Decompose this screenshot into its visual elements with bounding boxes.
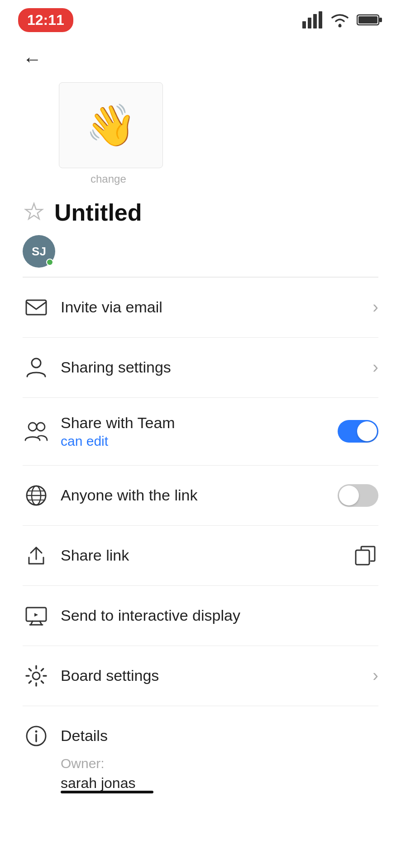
anyone-link-label: Anyone with the link bbox=[61, 486, 197, 504]
chevron-icon: › bbox=[372, 666, 378, 685]
invite-email-text: Invite via email bbox=[61, 298, 372, 316]
send-display-text: Send to interactive display bbox=[61, 607, 378, 624]
team-icon bbox=[23, 418, 50, 445]
wifi-icon bbox=[329, 11, 350, 28]
board-thumbnail[interactable]: 👋 bbox=[59, 82, 163, 168]
svg-point-10 bbox=[29, 423, 37, 431]
svg-point-22 bbox=[33, 672, 40, 679]
board-settings-label: Board settings bbox=[61, 667, 159, 684]
svg-rect-2 bbox=[313, 14, 317, 28]
globe-icon bbox=[23, 482, 50, 509]
board-thumbnail-area: 👋 change bbox=[0, 78, 401, 185]
chevron-icon: › bbox=[372, 297, 378, 317]
svg-rect-6 bbox=[379, 18, 382, 22]
gear-icon bbox=[23, 662, 50, 689]
owner-label: Owner: bbox=[61, 756, 378, 771]
menu-item-share-with-team[interactable]: Share with Team can edit bbox=[23, 398, 378, 466]
svg-point-25 bbox=[35, 730, 38, 732]
battery-icon bbox=[357, 13, 383, 27]
invite-email-label: Invite via email bbox=[61, 298, 162, 316]
title-row: Untitled bbox=[0, 185, 401, 231]
person-icon bbox=[23, 354, 50, 381]
share-link-text: Share link bbox=[61, 547, 351, 564]
svg-rect-8 bbox=[26, 300, 46, 315]
share-with-team-label: Share with Team bbox=[61, 414, 175, 431]
email-icon bbox=[23, 294, 50, 321]
avatar-initials: SJ bbox=[32, 245, 46, 259]
menu-list: Invite via email › Sharing settings › bbox=[0, 278, 401, 805]
sharing-settings-text: Sharing settings bbox=[61, 359, 372, 376]
change-label[interactable]: change bbox=[91, 173, 126, 185]
invite-email-right: › bbox=[372, 297, 378, 317]
share-link-label: Share link bbox=[61, 547, 129, 564]
avatar-row: SJ bbox=[0, 231, 401, 277]
svg-rect-7 bbox=[358, 16, 377, 24]
anyone-link-text: Anyone with the link bbox=[61, 486, 338, 504]
status-bar: 12:11 bbox=[0, 0, 401, 36]
share-team-toggle[interactable] bbox=[338, 420, 378, 443]
board-settings-text: Board settings bbox=[61, 667, 372, 684]
owner-name: sarah jonas bbox=[61, 775, 135, 792]
menu-item-invite-email[interactable]: Invite via email › bbox=[23, 278, 378, 338]
sharing-settings-label: Sharing settings bbox=[61, 359, 171, 376]
sharing-settings-right: › bbox=[372, 358, 378, 377]
can-edit-label[interactable]: can edit bbox=[61, 434, 338, 449]
send-display-label: Send to interactive display bbox=[61, 607, 240, 624]
chevron-icon: › bbox=[372, 358, 378, 377]
signal-icon bbox=[302, 11, 323, 28]
time-display: 12:11 bbox=[18, 8, 73, 32]
svg-point-9 bbox=[32, 359, 41, 368]
star-icon[interactable] bbox=[23, 201, 45, 224]
board-emoji: 👋 bbox=[86, 105, 136, 146]
back-button[interactable]: ← bbox=[0, 36, 401, 78]
anyone-link-toggle-switch[interactable] bbox=[338, 484, 378, 507]
svg-rect-17 bbox=[356, 550, 369, 565]
status-icons bbox=[302, 11, 383, 28]
info-icon bbox=[23, 722, 50, 750]
copy-icon[interactable] bbox=[351, 542, 378, 569]
copy-icon-svg bbox=[353, 544, 377, 567]
avatar[interactable]: SJ bbox=[23, 235, 55, 268]
svg-rect-3 bbox=[319, 11, 322, 28]
menu-item-details[interactable]: Details Owner: sarah jonas bbox=[23, 706, 378, 805]
details-content: Owner: sarah jonas bbox=[23, 756, 378, 805]
board-title: Untitled bbox=[54, 199, 142, 226]
share-with-team-text: Share with Team can edit bbox=[61, 414, 338, 449]
menu-item-send-display[interactable]: Send to interactive display bbox=[23, 586, 378, 646]
toggle-knob bbox=[339, 486, 359, 505]
back-arrow-icon: ← bbox=[23, 48, 42, 70]
anyone-link-toggle[interactable] bbox=[338, 484, 378, 507]
share-with-team-toggle[interactable] bbox=[338, 420, 378, 443]
svg-rect-0 bbox=[302, 21, 306, 28]
display-icon bbox=[23, 602, 50, 629]
online-indicator bbox=[46, 259, 53, 266]
details-text: Details bbox=[61, 727, 378, 745]
share-icon bbox=[23, 542, 50, 569]
toggle-knob bbox=[357, 421, 377, 441]
svg-rect-1 bbox=[308, 18, 311, 28]
board-settings-right: › bbox=[372, 666, 378, 685]
menu-item-sharing-settings[interactable]: Sharing settings › bbox=[23, 338, 378, 398]
details-label: Details bbox=[61, 727, 108, 744]
svg-point-4 bbox=[339, 24, 342, 28]
menu-item-board-settings[interactable]: Board settings › bbox=[23, 646, 378, 706]
svg-point-11 bbox=[37, 423, 45, 431]
menu-item-anyone-with-link[interactable]: Anyone with the link bbox=[23, 466, 378, 526]
menu-item-share-link[interactable]: Share link bbox=[23, 526, 378, 586]
